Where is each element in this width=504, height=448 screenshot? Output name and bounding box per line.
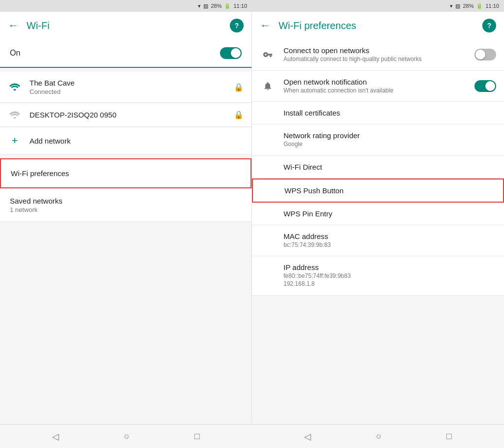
ip-address-text: IP address fe80::be75:74ff:fe39:9b83 192… (284, 263, 496, 288)
add-network-icon: + (8, 134, 22, 147)
pref-install-certs[interactable]: Install certificates (252, 102, 504, 124)
wifi-prefs-screen: ← Wi-Fi preferences ? Connect to open ne… (252, 12, 504, 424)
saved-networks-label: Saved networks (10, 197, 242, 205)
bell-icon (260, 81, 276, 91)
spacer-1 (0, 68, 252, 72)
pref-network-rating[interactable]: Network rating provider Google (252, 124, 504, 156)
status-bar: ▾ ▨ 28% 🔋 11:10 ▾ ▨ 28% 🔋 11:10 (0, 0, 504, 12)
ip-address-title: IP address (284, 263, 496, 271)
status-wifi-icon-right: ▾ (450, 3, 453, 9)
status-battery-left: 28% (211, 3, 221, 9)
wifi-connected-icon (8, 83, 22, 91)
status-battery-icon-left: 🔋 (224, 3, 231, 9)
wifi-prefs-title: Wi-Fi preferences (279, 20, 474, 31)
status-bar-left: ▾ ▨ 28% 🔋 11:10 (0, 0, 252, 12)
connect-open-title: Connect to open networks (284, 46, 467, 55)
wifi-prefs-back-button[interactable]: ← (260, 19, 271, 32)
mac-address-text: MAC address bc:75:74:39:9b:83 (284, 232, 496, 249)
add-network-label: Add network (30, 137, 244, 145)
wps-pin-title: WPS Pin Entry (284, 209, 496, 218)
pref-connect-open[interactable]: Connect to open networks Automatically c… (252, 39, 504, 71)
network-rating-title: Network rating provider (284, 131, 496, 140)
wifi-direct-text: Wi-Fi Direct (284, 163, 496, 171)
wifi-on-row: On (0, 39, 252, 67)
pref-wps-pin[interactable]: WPS Pin Entry (252, 203, 504, 225)
desktop-lock-icon: 🔒 (234, 110, 244, 119)
wifi-prefs-content: Connect to open networks Automatically c… (252, 39, 504, 424)
wifi-toggle[interactable] (220, 47, 242, 59)
pref-mac-address[interactable]: MAC address bc:75:74:39:9b:83 (252, 225, 504, 257)
status-battery-right: 28% (463, 3, 473, 9)
open-notification-subtitle: When automatic connection isn't availabl… (284, 87, 467, 95)
bat-cave-lock-icon: 🔒 (234, 83, 244, 92)
mac-address-value: bc:75:74:39:9b:83 (284, 241, 496, 249)
open-notification-text: Open network notification When automatic… (284, 78, 467, 95)
network-desktop[interactable]: DESKTOP-2ISOQ20 0950 🔒 (0, 103, 252, 127)
wifi-content: On The Bat Cave Connected (0, 39, 252, 424)
spacer-2 (0, 154, 252, 158)
wifi-prefs-toolbar: ← Wi-Fi preferences ? (252, 12, 504, 39)
bottom-nav-left: ◁ ○ □ (0, 424, 252, 448)
mac-address-title: MAC address (284, 232, 496, 240)
saved-networks-count: 1 network (10, 206, 242, 213)
wifi-help-button[interactable]: ? (230, 19, 244, 32)
status-bar-right: ▾ ▨ 28% 🔋 11:10 (252, 0, 504, 12)
wifi-on-label: On (10, 49, 220, 58)
status-time-right: 11:10 (485, 3, 499, 9)
status-signal-icon-right: ▨ (455, 3, 460, 9)
network-bat-cave[interactable]: The Bat Cave Connected 🔒 (0, 72, 252, 103)
wifi-back-button[interactable]: ← (8, 19, 19, 32)
status-wifi-icon-left: ▾ (198, 3, 201, 9)
desktop-text: DESKTOP-2ISOQ20 0950 (30, 111, 226, 119)
desktop-name: DESKTOP-2ISOQ20 0950 (30, 111, 226, 119)
bat-cave-status: Connected (30, 88, 226, 95)
wifi-disconnected-icon (8, 111, 22, 119)
wps-pin-text: WPS Pin Entry (284, 209, 496, 218)
open-notification-toggle[interactable] (474, 80, 496, 92)
wps-push-title: WPS Push Button (284, 186, 495, 195)
back-button-right[interactable]: ◁ (301, 428, 314, 445)
home-button-right[interactable]: ○ (373, 428, 384, 445)
wifi-prefs-help-button[interactable]: ? (482, 19, 496, 32)
status-time-left: 11:10 (233, 3, 247, 9)
network-rating-text: Network rating provider Google (284, 131, 496, 149)
wifi-screen: ← Wi-Fi ? On (0, 12, 252, 424)
wifi-direct-title: Wi-Fi Direct (284, 163, 496, 171)
add-network-text: Add network (30, 137, 244, 145)
wps-push-text: WPS Push Button (284, 186, 495, 195)
bat-cave-text: The Bat Cave Connected (30, 79, 226, 95)
install-certs-title: Install certificates (284, 109, 496, 117)
connect-open-toggle[interactable] (474, 49, 496, 60)
wifi-toolbar: ← Wi-Fi ? (0, 12, 252, 39)
pref-wps-push[interactable]: WPS Push Button (252, 179, 504, 203)
screens-container: ← Wi-Fi ? On (0, 12, 504, 424)
wifi-title: Wi-Fi (27, 20, 222, 31)
connect-open-text: Connect to open networks Automatically c… (284, 46, 467, 63)
install-certs-text: Install certificates (284, 109, 496, 117)
status-battery-icon-right: 🔋 (476, 3, 483, 9)
home-button-left[interactable]: ○ (121, 428, 132, 445)
recents-button-left[interactable]: □ (191, 428, 203, 445)
bat-cave-name: The Bat Cave (30, 79, 226, 87)
wifi-toggle-knob (231, 48, 241, 58)
back-button-left[interactable]: ◁ (49, 428, 62, 445)
bottom-nav-right: ◁ ○ □ (252, 424, 504, 448)
pref-open-notification[interactable]: Open network notification When automatic… (252, 71, 504, 102)
wifi-prefs-label: Wi-Fi preferences (11, 169, 241, 178)
pref-wifi-direct[interactable]: Wi-Fi Direct (252, 156, 504, 179)
network-rating-subtitle: Google (284, 141, 496, 149)
recents-button-right[interactable]: □ (443, 428, 455, 445)
key-icon (260, 50, 276, 60)
wifi-prefs-text: Wi-Fi preferences (11, 169, 241, 178)
saved-networks-text: Saved networks 1 network (10, 197, 242, 213)
wifi-preferences-row[interactable]: Wi-Fi preferences (0, 158, 252, 188)
add-network-row[interactable]: + Add network (0, 127, 252, 154)
pref-ip-address[interactable]: IP address fe80::be75:74ff:fe39:9b83 192… (252, 256, 504, 295)
open-notification-title: Open network notification (284, 78, 467, 86)
ip-address-value: fe80::be75:74ff:fe39:9b83 192.168.1.8 (284, 272, 496, 288)
saved-networks-row[interactable]: Saved networks 1 network (0, 189, 252, 222)
connect-open-subtitle: Automatically connect to high-quality pu… (284, 56, 467, 63)
bottom-nav: ◁ ○ □ ◁ ○ □ (0, 424, 504, 448)
status-signal-icon-left: ▨ (203, 3, 208, 9)
